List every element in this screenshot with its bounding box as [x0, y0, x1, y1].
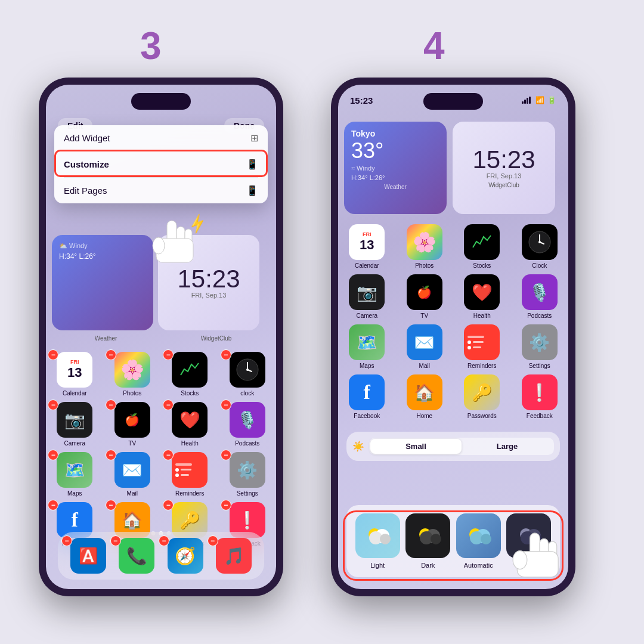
phone-4: 15:23 📶 🔋 Tokyo 33° ≈ Windy H:34° L:26° …: [331, 78, 575, 596]
feedback-app-4[interactable]: ❕ Feedback: [515, 374, 564, 419]
minus-badge: −: [159, 535, 169, 546]
camera-app-4[interactable]: 📷 Camera: [342, 274, 391, 319]
minus-badge: −: [61, 535, 72, 546]
health-app-3[interactable]: − ❤️ Health: [165, 402, 214, 447]
settings-app-4[interactable]: ⚙️ Settings: [515, 324, 564, 369]
svg-rect-11: [522, 101, 524, 104]
svg-rect-12: [524, 100, 526, 104]
photos-app-4[interactable]: 🌸 Photos: [400, 224, 449, 269]
status-time-4: 15:23: [350, 95, 373, 106]
add-widget-label: Add Widget: [64, 133, 110, 143]
svg-rect-15: [470, 231, 493, 253]
reminders-app-4[interactable]: Reminders: [457, 324, 506, 369]
passwords-app-4[interactable]: 🔑 Passwords: [457, 374, 506, 419]
music-dock-3[interactable]: − 🎵: [210, 538, 259, 574]
size-tab-large[interactable]: Large: [462, 439, 553, 454]
mail-app-3[interactable]: − ✉️ Mail: [108, 452, 157, 497]
minus-badge: −: [208, 535, 218, 546]
size-tabs: Small Large: [369, 438, 554, 455]
step-3-number: 3: [140, 24, 162, 68]
brightness-icon: ☀️: [352, 441, 364, 452]
calendar-app-3[interactable]: − FRI 13 Calendar: [50, 352, 99, 397]
add-widget-menu-item[interactable]: Add Widget ⊞: [54, 125, 268, 151]
weather-temp: 33°: [351, 138, 439, 163]
maps-app-3[interactable]: − 🗺️ Maps: [50, 452, 99, 497]
hand-cursor-3: ⚡: [147, 215, 207, 280]
home-app-4[interactable]: 🏠 Home: [400, 374, 449, 419]
tv-app-4[interactable]: 🍎 TV: [400, 274, 449, 319]
minus-badge: −: [221, 349, 231, 360]
weather-widget-4: Tokyo 33° ≈ Windy H:34° L:26° Weather: [344, 122, 447, 214]
safari-dock-3[interactable]: − 🧭: [161, 538, 210, 574]
weather-city: Tokyo: [351, 129, 439, 138]
phone-3: Edit Done Add Widget ⊞ Customize 📱 Edit …: [39, 78, 283, 596]
minus-badge: −: [221, 400, 231, 410]
svg-rect-13: [527, 98, 528, 104]
app-row-1-phone4: FRI 13 Calendar 🌸 Photos Stocks Clock: [338, 224, 568, 269]
minus-badge: −: [221, 500, 231, 510]
hand-cursor-4: [509, 530, 565, 586]
context-menu: Add Widget ⊞ Customize 📱 Edit Pages 📱: [54, 125, 268, 203]
dock-3: − 🅰️ − 📞 − 🧭 − 🎵: [58, 532, 264, 580]
size-tab-small[interactable]: Small: [370, 439, 462, 454]
app-row-1-phone3: − FRI 13 Calendar − 🌸 Photos − Stocks: [46, 352, 276, 397]
settings-app-3[interactable]: − ⚙️ Settings: [223, 452, 272, 497]
clock-time: 15:23: [472, 147, 535, 172]
svg-point-10: [153, 237, 165, 254]
wifi-icon: 📶: [535, 96, 544, 104]
weather-details: H:34° L:26°: [351, 174, 439, 181]
podcasts-app-4[interactable]: 🎙️ Podcasts: [515, 274, 564, 319]
status-icons-4: 📶 🔋: [522, 96, 556, 104]
health-app-4[interactable]: ❤️ Health: [457, 274, 506, 319]
app-row-2-phone3: − 📷 Camera − 🍎 TV − ❤️ Health − 🎙️ Podca…: [46, 402, 276, 447]
clock-date: FRI, Sep.13: [487, 172, 522, 179]
camera-app-3[interactable]: − 📷 Camera: [50, 402, 99, 447]
svg-rect-14: [529, 97, 531, 104]
widget-labels-3: Weather WidgetClub: [46, 335, 276, 342]
size-selector: ☀️ Small Large: [346, 432, 560, 461]
stocks-app-3[interactable]: − Stocks: [165, 352, 214, 397]
app-row-4-phone4: f Facebook 🏠 Home 🔑 Passwords ❕ Feedback: [338, 374, 568, 419]
clock-app-4[interactable]: Clock: [515, 224, 564, 269]
appstore-dock-3[interactable]: − 🅰️: [64, 538, 113, 574]
clock-widget-4: 15:23 FRI, Sep.13 WidgetClub: [453, 122, 555, 214]
maps-app-4[interactable]: 🗺️ Maps: [342, 324, 391, 369]
app-row-3-phone3: − 🗺️ Maps − ✉️ Mail − Reminders −: [46, 452, 276, 497]
step-4-number: 4: [423, 24, 445, 68]
facebook-app-4[interactable]: f Facebook: [342, 374, 391, 419]
minus-badge: −: [106, 400, 116, 410]
weather-condition: Windy: [357, 165, 375, 172]
phone-dock-3[interactable]: − 📞: [113, 538, 162, 574]
reminders-app-3[interactable]: − Reminders: [165, 452, 214, 497]
dynamic-island-4: [423, 93, 483, 110]
clock-widget-label: WidgetClub: [488, 182, 519, 188]
photos-app-3[interactable]: − 🌸 Photos: [108, 352, 157, 397]
weather-widget-3: ⛅ Windy H:34° L:26°: [52, 235, 153, 330]
minus-badge: −: [106, 349, 116, 360]
edit-pages-menu-item[interactable]: Edit Pages 📱: [54, 178, 268, 203]
stocks-app-4[interactable]: Stocks: [457, 224, 506, 269]
minus-badge: −: [110, 535, 121, 546]
svg-rect-0: [178, 358, 201, 381]
weather-label: Weather: [351, 184, 439, 190]
phone-3-screen: Edit Done Add Widget ⊞ Customize 📱 Edit …: [46, 85, 276, 589]
tv-app-3[interactable]: − 🍎 TV: [108, 402, 157, 447]
app-row-2-phone4: 📷 Camera 🍎 TV ❤️ Health 🎙️ Podcasts: [338, 274, 568, 319]
clock-app-3[interactable]: − clock: [223, 352, 272, 397]
edit-pages-label: Edit Pages: [64, 185, 107, 196]
battery-icon: 🔋: [547, 96, 556, 104]
add-widget-icon: ⊞: [250, 132, 258, 144]
svg-point-41: [513, 551, 527, 569]
dynamic-island-3: [131, 93, 191, 110]
svg-point-5: [246, 369, 249, 371]
edit-pages-icon: 📱: [246, 185, 258, 196]
minus-badge: −: [221, 450, 231, 460]
phone-4-screen: 15:23 📶 🔋 Tokyo 33° ≈ Windy H:34° L:26° …: [338, 85, 568, 589]
mail-app-4[interactable]: ✉️ Mail: [400, 324, 449, 369]
svg-point-20: [538, 241, 541, 243]
podcasts-app-3[interactable]: − 🎙️ Podcasts: [223, 402, 272, 447]
minus-badge: −: [106, 500, 116, 510]
signal-icon: [522, 97, 532, 104]
app-row-3-phone4: 🗺️ Maps ✉️ Mail Reminders ⚙️ Settings: [338, 324, 568, 369]
calendar-app-4[interactable]: FRI 13 Calendar: [342, 224, 391, 269]
